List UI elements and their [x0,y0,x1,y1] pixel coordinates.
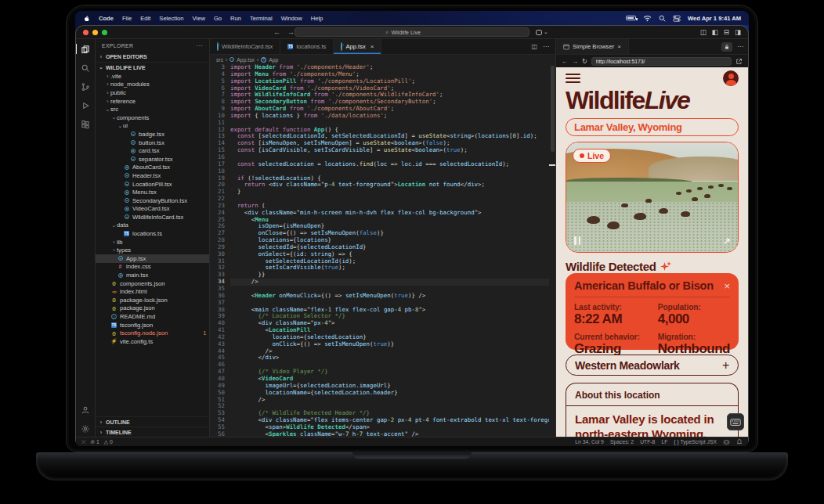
split-editor-icon[interactable]: ◫ [531,43,537,50]
close-tab-icon[interactable]: × [617,43,621,50]
file-tree-item[interactable]: ›lib [96,238,209,247]
zoom-window-button[interactable] [102,30,107,35]
explorer-more-icon[interactable]: ⋯ [197,42,203,49]
file-tree-item[interactable]: ›public [96,88,209,97]
file-tree-item[interactable]: {}tsconfig.node.json1 [96,329,209,337]
timeline-section[interactable]: › TIMELINE [96,427,209,437]
file-tree-item[interactable]: <>index.html [96,287,209,296]
status-item[interactable]: UTF-8 [640,439,655,445]
breadcrumb-item[interactable]: App [269,57,278,63]
copilot-status-icon[interactable] [723,439,730,445]
url-input[interactable] [591,57,732,66]
file-tree-item[interactable]: ›.vite [96,72,209,81]
file-tree-item[interactable]: App.tsx [96,254,209,263]
live-video-card[interactable]: Live ↗ [566,142,739,253]
status-item[interactable]: { } TypeScript JSX [674,439,717,445]
extensions-icon[interactable] [81,119,91,129]
secondary-species-button[interactable]: Western Meadowlark + [566,355,739,376]
problems-warnings[interactable]: △ 0 [104,439,113,445]
editor-scrollbar[interactable] [549,64,555,437]
editor-more-icon[interactable]: ⋯ [543,43,549,50]
simple-browser-tab[interactable]: Simple Browser × [556,39,629,54]
file-tree-item[interactable]: ⌄data [96,221,209,230]
account-icon[interactable] [81,405,91,415]
code-editor[interactable]: 3456789101112131415161718192021222324252… [210,64,555,437]
file-tree-item[interactable]: {}package-lock.json [96,296,209,304]
wifi-icon[interactable] [643,15,652,22]
file-tree-item[interactable]: {}components.json [96,279,209,288]
menu-item-file[interactable]: File [122,15,132,22]
editor-tab-wildlifeinfocard.tsx[interactable]: WildlifeInfoCard.tsx [210,39,280,54]
file-tree-item[interactable]: iREADME.md [96,312,209,321]
toggle-bottom-panel-icon[interactable]: ⊟ [724,28,729,36]
file-tree-item[interactable]: VideoCard.tsx [96,205,209,214]
location-pill[interactable]: Lamar Valley, Wyoming [566,118,739,136]
menu-item-view[interactable]: View [193,15,205,22]
menu-hamburger-icon[interactable] [566,74,580,83]
lock-button[interactable] [721,42,732,52]
file-tree-item[interactable]: #index.css [96,263,209,272]
file-tree-item[interactable]: main.tsx [96,271,209,279]
apple-logo-icon[interactable] [83,14,90,23]
menu-item-selection[interactable]: Selection [159,15,183,22]
breadcrumb[interactable]: src›App.tsx›TApp [210,55,555,64]
close-card-icon[interactable]: × [724,281,730,291]
search-input[interactable] [391,30,438,35]
menu-item-run[interactable]: Run [230,15,241,22]
status-item[interactable]: Ln 34, Col 9 [575,439,604,445]
control-center-icon[interactable] [673,15,681,22]
file-tree-item[interactable]: separator.tsx [96,155,209,164]
expand-icon[interactable]: ↗ [723,236,731,247]
menu-item-edit[interactable]: Edit [140,15,150,22]
settings-gear-icon[interactable] [81,423,91,434]
file-tree-item[interactable]: ⌄components [96,113,209,122]
project-root-section[interactable]: ⌄ WILDLIFE LIVE [96,62,209,72]
breadcrumb-item[interactable]: src [216,57,223,63]
toggle-sidebar-icon[interactable]: ◧ [712,28,718,36]
breadcrumb-item[interactable]: App.tsx [237,57,255,63]
toggle-panel-icon-1[interactable]: ◫ [700,28,707,36]
browser-forward-icon[interactable]: → [572,58,578,65]
keyboard-button[interactable] [727,413,744,430]
menu-item-go[interactable]: Go [214,15,222,22]
menu-item-window[interactable]: Window [281,15,302,22]
file-tree-item[interactable]: {}package.json [96,304,209,313]
file-tree-item[interactable]: ›reference [96,97,209,106]
file-tree-item[interactable]: ⌄src [96,105,209,113]
minimize-window-button[interactable] [92,30,98,35]
avatar[interactable] [723,70,739,86]
pause-button[interactable] [574,236,580,245]
file-tree-item[interactable]: Menu.tsx [96,188,209,196]
editor-tab-locations.ts[interactable]: TSlocations.ts [280,39,334,54]
file-tree-item[interactable]: button.tsx [96,139,209,147]
copilot-menu[interactable]: ⌄ [536,29,548,35]
file-tree-item[interactable]: AboutCard.tsx [96,164,209,172]
remote-indicator-icon[interactable]: ⤫ [81,439,85,445]
notifications-bell-icon[interactable] [736,438,743,445]
browser-reload-icon[interactable]: ↻ [582,58,587,65]
panel-more-icon[interactable]: ⋯ [737,43,743,50]
search-sidebar-icon[interactable] [81,63,91,73]
outline-section[interactable]: › OUTLINE [96,416,209,427]
file-tree-item[interactable]: ›types [96,246,209,254]
menu-item-help[interactable]: Help [311,15,323,22]
file-tree-item[interactable]: badge.tsx [96,130,209,139]
run-debug-icon[interactable] [81,100,91,110]
file-tree-item[interactable]: WildlifeInfoCard.tsx [96,213,209,221]
file-tree-item[interactable]: SecondaryButton.tsx [96,196,209,205]
open-external-icon[interactable] [735,58,743,65]
source-control-icon[interactable] [81,81,91,92]
menu-item-terminal[interactable]: Terminal [250,15,273,22]
close-tab-icon[interactable]: × [370,43,374,50]
file-tree-item[interactable]: ⌄ui [96,122,209,131]
spotlight-search-icon[interactable] [659,15,666,22]
file-tree-item[interactable]: TSlocations.ts [96,229,209,238]
menu-item-code[interactable]: Code [99,15,114,22]
file-tree-item[interactable]: Header.tsx [96,171,209,180]
menubar-clock[interactable]: Wed Apr 1 9:41 AM [688,15,741,22]
problems-errors[interactable]: ⊘ 1 [90,439,99,445]
file-tree-item[interactable]: card.tsx [96,146,209,155]
explorer-icon[interactable] [81,44,91,54]
status-item[interactable]: Spaces: 2 [610,439,634,445]
status-item[interactable]: LF [661,439,667,445]
